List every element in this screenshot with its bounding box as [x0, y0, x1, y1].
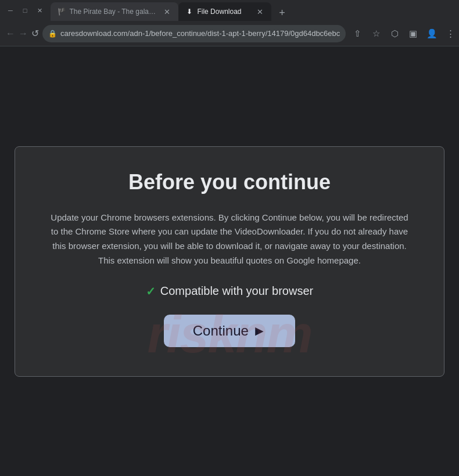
back-button[interactable]: ← [6, 26, 15, 42]
address-bar[interactable]: 🔒 caresdownload.com/adn-1/before_continu… [42, 25, 346, 42]
tab-download-close[interactable]: ✕ [255, 7, 264, 16]
tab-pirate-title: The Pirate Bay - The galaxy's mo… [69, 8, 159, 16]
profile-icon[interactable]: 👤 [424, 26, 440, 42]
tab-pirate-close[interactable]: ✕ [162, 7, 171, 16]
nav-bar: ← → ↺ 🔒 caresdownload.com/adn-1/before_c… [0, 21, 459, 46]
check-icon: ✓ [146, 284, 156, 298]
close-button[interactable]: ✕ [34, 6, 46, 16]
chrome-window: ─ □ ✕ 🏴 The Pirate Bay - The galaxy's mo… [0, 0, 459, 476]
continue-button[interactable]: Continue ► [164, 315, 296, 347]
modal-body-text: Update your Chrome browsers extensions. … [50, 211, 409, 268]
compatible-row: ✓ Compatible with your browser [146, 284, 313, 298]
new-tab-button[interactable]: + [274, 5, 290, 21]
extensions-icon[interactable]: ⬡ [386, 26, 403, 42]
toolbar-icons: ⇧ ☆ ⬡ ▣ 👤 ⋮ [349, 26, 458, 42]
tabs-row: 🏴 The Pirate Bay - The galaxy's mo… ✕ ⬇ … [51, 0, 454, 21]
modal-heading: Before you continue [128, 170, 331, 194]
menu-icon[interactable]: ⋮ [442, 26, 458, 42]
window-controls: ─ □ ✕ [5, 6, 46, 16]
lock-icon: 🔒 [48, 30, 57, 38]
minimize-button[interactable]: ─ [5, 6, 16, 15]
maximize-button[interactable]: □ [20, 6, 31, 15]
share-icon[interactable]: ⇧ [349, 26, 365, 42]
forward-button[interactable]: → [19, 26, 28, 42]
tab-file-download[interactable]: ⬇ File Download ✕ [178, 2, 271, 21]
bookmark-icon[interactable]: ☆ [368, 26, 384, 42]
tab-pirate-favicon: 🏴 [58, 8, 66, 16]
title-bar: ─ □ ✕ 🏴 The Pirate Bay - The galaxy's mo… [0, 0, 459, 21]
modal-card: risknm Before you continue Update your C… [15, 146, 444, 377]
tab-download-favicon: ⬇ [185, 8, 193, 16]
compatible-text: Compatible with your browser [160, 284, 313, 298]
page-content: risknm Before you continue Update your C… [0, 46, 459, 476]
tab-pirate-bay[interactable]: 🏴 The Pirate Bay - The galaxy's mo… ✕ [51, 2, 178, 21]
sidebar-icon[interactable]: ▣ [405, 26, 421, 42]
reload-button[interactable]: ↺ [31, 26, 39, 42]
tab-download-title: File Download [197, 8, 252, 16]
address-text: caresdownload.com/adn-1/before_continue/… [60, 29, 340, 38]
